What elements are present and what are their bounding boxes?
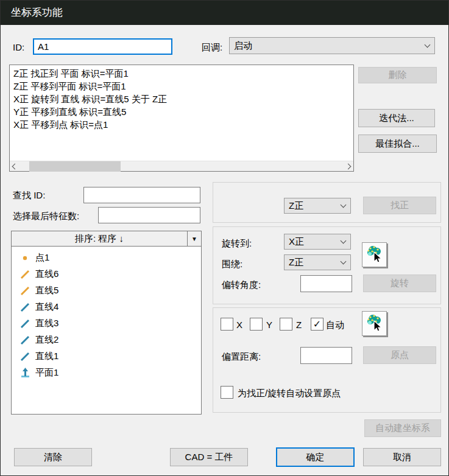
chevron-down-icon: [341, 258, 347, 264]
about-axis-value: Z正: [289, 257, 303, 268]
point-orange-icon: [19, 253, 30, 264]
ok-button[interactable]: 确定: [276, 447, 355, 467]
feature-tree-item[interactable]: 直线1: [12, 348, 201, 365]
select-feature-tree-button[interactable]: [362, 242, 387, 267]
clear-button[interactable]: 清除: [14, 448, 92, 466]
x-checkbox[interactable]: [221, 318, 233, 331]
feature-label: 直线2: [35, 334, 58, 346]
triangle-down-icon: ▼: [191, 236, 197, 242]
sort-dropdown-bar[interactable]: 排序: 程序 ↓ ▼: [11, 231, 202, 247]
z-checkbox-label: Z: [296, 320, 302, 330]
chevron-down-icon: [425, 41, 431, 47]
y-checkbox[interactable]: [250, 318, 263, 331]
z-checkbox[interactable]: [280, 318, 292, 331]
scroll-right-button[interactable]: [343, 161, 353, 172]
feature-tree-item[interactable]: 直线5: [12, 282, 201, 299]
feature-tree-item[interactable]: 点1: [12, 250, 201, 266]
line-orange-icon: [19, 269, 30, 280]
line-orange-icon: [19, 285, 30, 296]
select-last-features-label: 选择最后特征数:: [13, 211, 79, 222]
alignment-command-line[interactable]: Z正 平移到平面 标识=平面1: [13, 80, 353, 93]
scrollbar-thumb[interactable]: [29, 161, 121, 172]
id-input[interactable]: [33, 38, 172, 55]
alignment-command-line[interactable]: X正 平移到点 标识=点1: [13, 118, 353, 131]
chevron-down-icon: [341, 237, 347, 243]
alignment-command-line[interactable]: Z正 找正到 平面 标识=平面1: [13, 67, 353, 80]
plane-teal-icon: [19, 368, 30, 379]
feature-tree-item[interactable]: 直线2: [12, 332, 201, 348]
feature-label: 直线4: [35, 301, 58, 313]
checkmark-icon: ✓: [313, 318, 321, 330]
feature-label: 直线5: [35, 285, 58, 296]
align-button[interactable]: 找正: [363, 197, 436, 214]
select-last-features-input[interactable]: [98, 207, 200, 223]
chevron-left-icon: [12, 164, 18, 170]
title-bar: 坐标系功能: [1, 1, 448, 25]
y-checkbox-label: Y: [266, 320, 272, 330]
line-teal-icon: [19, 351, 30, 362]
offset-distance-input[interactable]: [300, 347, 352, 364]
rotate-to-label: 旋转到:: [222, 238, 252, 250]
auto-checkbox-label: 自动: [326, 320, 344, 331]
callback-value: 启动: [234, 40, 252, 52]
x-checkbox-label: X: [236, 320, 242, 330]
best-fit-button[interactable]: 最佳拟合...: [358, 135, 437, 153]
find-id-label: 查找 ID:: [13, 190, 45, 201]
rotate-to-value: X正: [289, 236, 304, 248]
tree-cursor-icon: [365, 244, 384, 266]
id-label: ID:: [13, 42, 24, 52]
find-id-input[interactable]: [83, 187, 200, 203]
auto-checkbox[interactable]: ✓: [311, 318, 323, 331]
angle-label: 偏转角度:: [222, 279, 261, 291]
auto-build-alignment-button[interactable]: 自动建坐标系: [364, 419, 441, 437]
feature-label: 直线6: [35, 268, 58, 280]
coordinate-system-dialog: 坐标系功能 ID: 回调: 启动 Z正 找正到 平面 标识=平面1Z正 平移到平…: [0, 0, 449, 476]
about-axis-dropdown[interactable]: Z正: [284, 254, 351, 270]
line-teal-icon: [19, 302, 30, 313]
sort-dropdown-button[interactable]: ▼: [187, 231, 201, 246]
align-axis-dropdown[interactable]: Z正: [284, 198, 351, 214]
feature-tree-item[interactable]: 直线3: [12, 315, 201, 332]
chevron-down-icon: [341, 201, 347, 208]
auto-origin-label: 为找正/旋转自动设置原点: [238, 388, 341, 399]
cad-equals-part-button[interactable]: CAD = 工件: [170, 448, 248, 466]
angle-input[interactable]: [300, 275, 352, 292]
delete-button[interactable]: 删除: [358, 67, 437, 83]
rotate-button[interactable]: 旋转: [363, 275, 436, 292]
callback-label: 回调:: [202, 42, 222, 54]
origin-button[interactable]: 原点: [363, 346, 436, 364]
window-title: 坐标系功能: [11, 7, 63, 18]
scroll-left-button[interactable]: [10, 161, 20, 172]
callback-dropdown[interactable]: 启动: [229, 37, 435, 54]
feature-tree[interactable]: 点1直线6直线5直线4直线3直线2直线1平面1: [11, 246, 202, 415]
select-feature-tree-button-2[interactable]: [362, 311, 387, 336]
alignment-command-list[interactable]: Z正 找正到 平面 标识=平面1Z正 平移到平面 标识=平面1X正 旋转到 直线…: [9, 65, 354, 172]
iterate-button[interactable]: 迭代法...: [358, 109, 435, 127]
horizontal-scrollbar[interactable]: [10, 161, 353, 171]
feature-label: 平面1: [35, 367, 58, 379]
chevron-right-icon: [345, 164, 352, 170]
feature-tree-item[interactable]: 直线6: [12, 266, 201, 282]
line-teal-icon: [19, 318, 30, 329]
feature-tree-item[interactable]: 直线4: [12, 299, 201, 315]
rotate-to-dropdown[interactable]: X正: [284, 234, 351, 250]
feature-label: 直线1: [35, 351, 58, 362]
tree-cursor-icon: [365, 313, 384, 335]
sort-label: 排序: 程序 ↓: [12, 233, 187, 245]
alignment-command-items: Z正 找正到 平面 标识=平面1Z正 平移到平面 标识=平面1X正 旋转到 直线…: [10, 65, 353, 161]
feature-tree-item[interactable]: 平面1: [12, 365, 201, 381]
line-teal-icon: [19, 335, 30, 346]
feature-label: 直线3: [35, 318, 58, 329]
align-axis-value: Z正: [289, 200, 303, 212]
feature-label: 点1: [35, 252, 49, 264]
offset-distance-label: 偏置距离:: [222, 351, 261, 363]
alignment-command-line[interactable]: X正 旋转到 直线 标识=直线5 关于 Z正: [13, 93, 353, 105]
cancel-button[interactable]: 取消: [363, 448, 441, 466]
about-label: 围绕:: [222, 259, 242, 270]
auto-origin-checkbox[interactable]: [221, 386, 233, 399]
alignment-command-line[interactable]: Y正 平移到直线 标识=直线5: [13, 105, 353, 118]
